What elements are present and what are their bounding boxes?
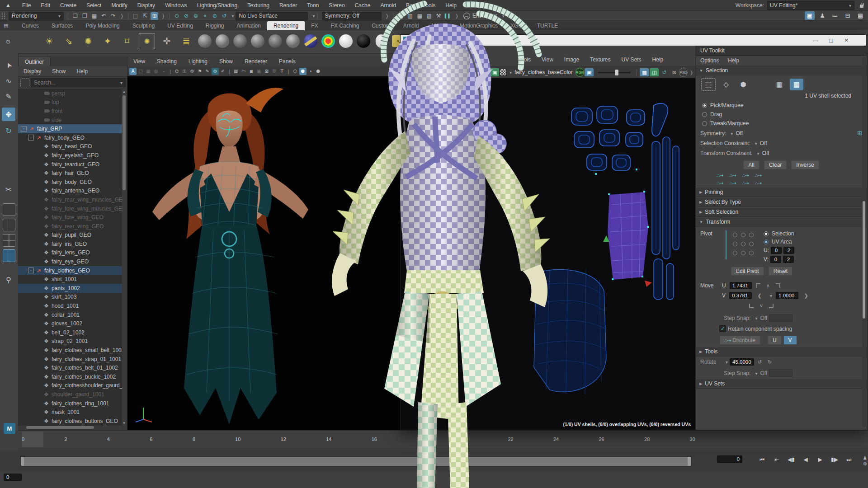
distribute-u-button[interactable]: U <box>768 336 782 345</box>
new-scene-icon[interactable] <box>71 12 79 20</box>
maya-logo-icon[interactable] <box>4 2 13 9</box>
snap-grid-icon[interactable] <box>173 12 180 20</box>
toolkit-scrollbar[interactable] <box>862 57 866 427</box>
rotate-angle-field[interactable]: 45.0000 <box>730 358 754 366</box>
outliner-node-row[interactable]: persp <box>18 89 122 98</box>
distribute-v-button[interactable]: V <box>783 336 797 345</box>
select-tool[interactable]: ➤ <box>0 56 18 75</box>
outliner-node-row[interactable]: fairy_iris_GEO <box>18 239 122 249</box>
step-forward-frame-button[interactable]: ▮▶ <box>829 455 840 465</box>
outliner-node-row[interactable]: fairy_clothes_ring_1001 <box>18 399 122 408</box>
outliner-vertical-scrollbar[interactable]: ▲ ▼ <box>122 89 126 426</box>
material-sphere-3[interactable] <box>233 34 247 48</box>
slider-knob[interactable] <box>615 70 618 75</box>
scroll-down-arrow[interactable]: ▼ <box>122 421 126 425</box>
menu-item[interactable]: Texturing <box>242 0 274 11</box>
shelf-tab[interactable]: Sculpting <box>126 21 161 30</box>
outliner-node-row[interactable]: strap_02_1001 <box>18 337 122 346</box>
outliner-node-row[interactable]: fairy_head_GEO <box>18 142 122 151</box>
move-up-left-button[interactable] <box>756 283 760 288</box>
save-scene-icon[interactable] <box>90 12 98 20</box>
shaded-shell-icon[interactable]: ⬢ <box>736 79 750 90</box>
wireframe-cube-icon[interactable]: ⬡ <box>292 68 299 75</box>
menu-item[interactable]: Modify <box>106 0 132 11</box>
retain-spacing-checkbox[interactable] <box>719 325 726 332</box>
move-down-button[interactable]: ∨ <box>757 303 765 309</box>
modeling-toolkit-toggle[interactable]: ▣ <box>805 11 815 20</box>
snap-options-dropdown[interactable] <box>229 13 234 19</box>
move-down-right-button[interactable] <box>769 304 774 308</box>
outliner-node-row[interactable]: fairy_fore_wing_muscles_GEO <box>18 204 122 213</box>
viewport-menu-item[interactable]: View <box>127 58 151 65</box>
to-uv-icon[interactable] <box>717 173 723 178</box>
transform-constraint-dropdown[interactable] <box>755 150 760 156</box>
scroll-up-arrow[interactable]: ▲ <box>122 90 126 94</box>
hud-text-icon[interactable]: T <box>278 68 286 75</box>
uv-editor-menu-item[interactable]: UV Sets <box>616 56 647 63</box>
directional-light-icon[interactable]: ⇘ <box>61 33 76 49</box>
filter-icon[interactable] <box>20 78 29 87</box>
outliner-node-row[interactable]: fairy_clothes_buttons_GEO <box>18 417 122 426</box>
grid-icon[interactable]: ▦ <box>232 68 240 75</box>
outliner-node-row[interactable]: fairy_tearduct_GEO <box>18 160 122 169</box>
rgb-channels-badge[interactable]: RGB <box>576 68 584 77</box>
viewport-menu-item[interactable]: Shading <box>151 58 183 65</box>
expand-collapse-icon[interactable] <box>28 267 34 273</box>
menu-item[interactable]: Lighting/Shading <box>192 0 242 11</box>
move-v-field[interactable]: 0.3781 <box>729 292 752 299</box>
move-left-button[interactable]: ❮ <box>755 293 764 299</box>
light-editor-icon[interactable]: ≣ <box>179 33 194 49</box>
rotate-cw-button[interactable]: ↻ <box>766 359 774 365</box>
marquee-select-icon[interactable]: ⬚ <box>701 78 716 91</box>
navy-striped-sphere-icon[interactable] <box>304 34 317 48</box>
outliner-node-row[interactable]: fairy_clothes_belt_01_1002 <box>18 363 122 372</box>
open-scene-icon[interactable] <box>81 12 89 20</box>
pivot-uv-area-radio[interactable]: UV Area <box>764 239 794 245</box>
move-down-left-button[interactable] <box>749 304 754 308</box>
vertex-select-icon[interactable]: ◇ <box>719 79 733 90</box>
select-by-type-a-icon[interactable]: A <box>129 68 137 75</box>
material-sphere-5[interactable] <box>269 34 282 48</box>
shelf-tab[interactable]: Curves <box>15 21 45 30</box>
material-sphere-1[interactable] <box>198 34 212 48</box>
snap-curve-icon[interactable] <box>182 12 190 20</box>
outliner-node-row[interactable]: fairy_clothes_buckle_1002 <box>18 372 122 381</box>
play-forward-button[interactable]: ▶ <box>815 455 826 465</box>
pivot-handle[interactable] <box>733 233 737 237</box>
shelf-tab[interactable]: Surfaces <box>45 21 79 30</box>
snap-projected-center-icon[interactable] <box>201 12 209 20</box>
snap-view-plane-icon[interactable] <box>211 12 218 20</box>
outliner-node-row[interactable]: fairy_GRP <box>18 124 122 133</box>
move-step-dropdown[interactable] <box>767 292 772 299</box>
outliner-menu-item[interactable]: Help <box>71 68 93 75</box>
outliner-node-row[interactable]: fairy_rear_wing_muscles_GEO <box>18 195 122 204</box>
textured-mode-icon[interactable]: ◒ <box>160 68 167 75</box>
pivot-handle[interactable] <box>741 251 745 255</box>
lock-icon[interactable] <box>859 3 864 8</box>
edit-pivot-button[interactable]: Edit Pivot <box>731 267 764 276</box>
section-selection[interactable]: Selection <box>696 66 867 75</box>
rotate-tool[interactable]: ↻ <box>2 124 15 137</box>
outliner-horizontal-scrollbar[interactable] <box>19 426 122 429</box>
pivot-handle[interactable] <box>749 251 754 255</box>
pivot-selection-radio[interactable]: Selection <box>764 230 794 237</box>
tool-settings-toggle[interactable]: ⊟ <box>843 11 853 20</box>
outliner-node-row[interactable]: gloves_1002 <box>18 319 122 328</box>
live-surface-field[interactable]: No Live Surface <box>236 12 308 20</box>
outliner-node-row[interactable]: fairy_rear_wing_GEO <box>18 222 122 231</box>
outliner-node-row[interactable]: fairy_fore_wing_GEO <box>18 213 122 222</box>
pivot-handle[interactable] <box>741 242 745 246</box>
selection-constraint-value[interactable]: Off <box>760 140 767 146</box>
rotate-step-snap-dropdown[interactable] <box>752 370 757 376</box>
range-start-field[interactable]: 0 <box>4 474 22 481</box>
material-sphere-6[interactable] <box>286 34 300 48</box>
image-plane-icon[interactable]: ⛆ <box>271 68 278 75</box>
move-up-button[interactable]: ∧ <box>764 283 772 289</box>
outliner-node-row[interactable]: fairy_clothes_GEO <box>18 266 122 275</box>
grid-toggle-icon[interactable]: ▦ <box>145 68 152 75</box>
move-u-field[interactable]: 1.7431 <box>730 282 752 289</box>
maya-taskbar-badge[interactable]: M <box>4 423 15 434</box>
outliner-node-row[interactable]: fairy_pupil_GEO <box>18 231 122 240</box>
viewport-menu-item[interactable]: Lighting <box>183 58 213 65</box>
viewport-menu-item[interactable]: Show <box>213 58 239 65</box>
